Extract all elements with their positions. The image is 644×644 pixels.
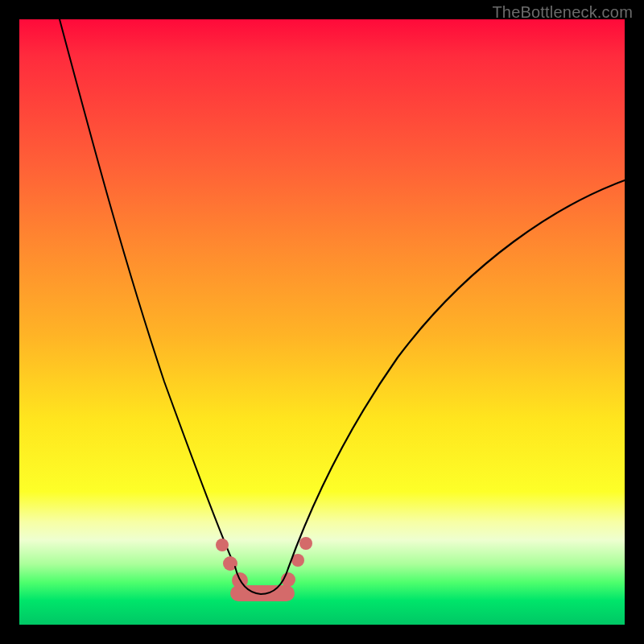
marker-dot [299, 537, 312, 550]
chart-plot-area [19, 19, 625, 625]
curve-left-branch [60, 19, 235, 567]
curve-valley-markers [216, 537, 312, 601]
bottleneck-curve [19, 19, 625, 625]
curve-right-branch [288, 180, 625, 568]
marker-dot [216, 539, 229, 551]
